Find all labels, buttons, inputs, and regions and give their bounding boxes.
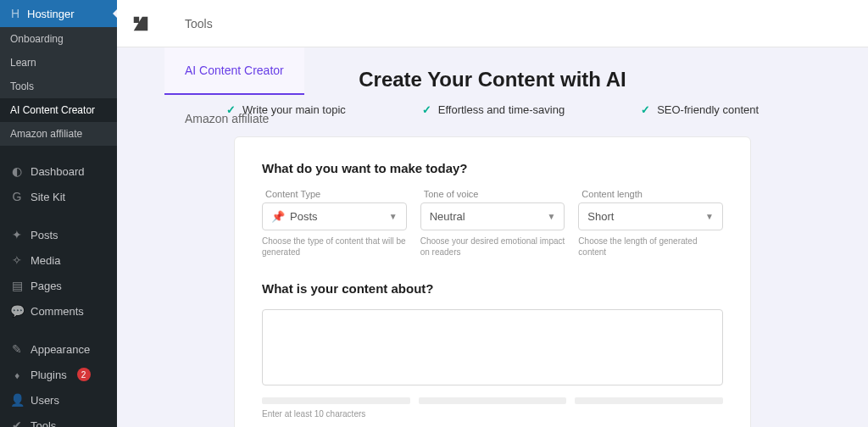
field-content-length: Content lengthShort▼Choose the length of… (578, 189, 723, 258)
content-scroll: Create Your Content with AI ✓Write your … (117, 47, 868, 427)
textarea-hint: Enter at least 10 characters (262, 409, 723, 419)
sidebar-brand[interactable]: H Hostinger (0, 0, 117, 27)
hostinger-logo-icon[interactable] (117, 14, 164, 33)
question-1: What do you want to make today? (262, 161, 723, 175)
sidebar-label: Comments (31, 305, 84, 318)
sidebar-sub-ai-content-creator[interactable]: AI Content Creator (0, 98, 117, 122)
sidebar-sub-learn[interactable]: Learn (0, 51, 117, 75)
tab-tools[interactable]: Tools (164, 0, 304, 47)
comments-icon: 💬 (10, 304, 24, 318)
select-tone-of-voice[interactable]: Neutral▼ (420, 202, 565, 230)
sidebar-sub-tools[interactable]: Tools (0, 75, 117, 98)
form-card: What do you want to make today? Content … (234, 136, 751, 427)
check-icon: ✓ (641, 103, 650, 116)
tools-icon: ✔ (10, 419, 24, 427)
chevron-down-icon: ▼ (705, 212, 714, 221)
field-hint: Choose the length of generated content (578, 236, 723, 258)
appearance-icon: ✎ (10, 342, 24, 356)
brand-label: Hostinger (27, 8, 75, 20)
check-icon: ✓ (422, 103, 431, 116)
question-2: What is your content about? (262, 281, 723, 296)
update-badge: 2 (77, 368, 91, 381)
sidebar-label: Users (31, 394, 59, 407)
field-hint: Choose the type of content that will be … (262, 236, 407, 258)
sidebar-label: Posts (31, 229, 58, 241)
select-value: Short (587, 210, 614, 223)
sidebar-item-appearance[interactable]: ✎Appearance (0, 336, 117, 362)
select-content-length[interactable]: Short▼ (578, 202, 723, 230)
select-content-type[interactable]: 📌Posts▼ (262, 202, 407, 230)
sidebar-label: Appearance (31, 343, 90, 356)
media-icon: ✧ (10, 253, 24, 267)
posts-icon: ✦ (10, 228, 24, 241)
sidebar-sub-onboarding[interactable]: Onboarding (0, 27, 117, 51)
sidebar-sub-amazon-affiliate[interactable]: Amazon affiliate (0, 122, 117, 146)
sidebar-item-posts[interactable]: ✦Posts (0, 222, 117, 247)
field-label: Content length (578, 189, 723, 199)
hostinger-icon: H (8, 7, 22, 20)
select-value: Neutral (430, 210, 465, 223)
page-title: Create Your Content with AI (117, 68, 868, 92)
sidebar-label: Media (31, 254, 60, 267)
field-hint: Choose your desired emotional impact on … (420, 236, 565, 258)
field-tone-of-voice: Tone of voiceNeutral▼Choose your desired… (420, 189, 565, 258)
plugins-icon: ⬧ (10, 368, 24, 381)
field-label: Content Type (262, 189, 407, 199)
perk: ✓Write your main topic (226, 103, 346, 116)
chevron-down-icon: ▼ (389, 212, 398, 221)
hero: Create Your Content with AI ✓Write your … (117, 68, 868, 116)
sidebar-label: Dashboard (31, 165, 85, 178)
sidebar-label: Site Kit (31, 191, 65, 203)
perk: ✓Effortless and time-saving (422, 103, 565, 116)
select-value: Posts (290, 210, 318, 223)
sidebar-item-media[interactable]: ✧Media (0, 247, 117, 273)
sidebar-item-plugins[interactable]: ⬧Plugins2 (0, 362, 117, 387)
check-icon: ✓ (226, 103, 236, 116)
field-content-type: Content Type📌Posts▼Choose the type of co… (262, 189, 407, 258)
sidebar-item-users[interactable]: 👤Users (0, 387, 117, 413)
char-bars (262, 397, 723, 404)
sidebar-label: Plugins (31, 369, 67, 381)
users-icon: 👤 (10, 393, 24, 407)
top-tabs: OnboardingLearnToolsAI Content CreatorAm… (117, 0, 868, 47)
field-label: Tone of voice (420, 189, 565, 199)
content-about-input[interactable] (262, 309, 723, 385)
sidebar-label: Tools (31, 419, 56, 428)
sidebar-item-pages[interactable]: ▤Pages (0, 273, 117, 298)
pin-icon: 📌 (271, 210, 285, 223)
chevron-down-icon: ▼ (547, 212, 555, 221)
wp-sidebar: H Hostinger OnboardingLearnToolsAI Conte… (0, 0, 117, 427)
sidebar-item-comments[interactable]: 💬Comments (0, 298, 117, 324)
sidebar-label: Pages (31, 280, 62, 292)
sidebar-item-tools[interactable]: ✔Tools (0, 413, 117, 427)
perk: ✓SEO-friendly content (641, 103, 759, 116)
site kit-icon: G (10, 190, 24, 203)
sidebar-item-dashboard[interactable]: ◐Dashboard (0, 158, 117, 184)
sidebar-item-site-kit[interactable]: GSite Kit (0, 184, 117, 209)
main-area: OnboardingLearnToolsAI Content CreatorAm… (117, 0, 868, 427)
pages-icon: ▤ (10, 279, 24, 292)
dashboard-icon: ◐ (10, 164, 24, 178)
